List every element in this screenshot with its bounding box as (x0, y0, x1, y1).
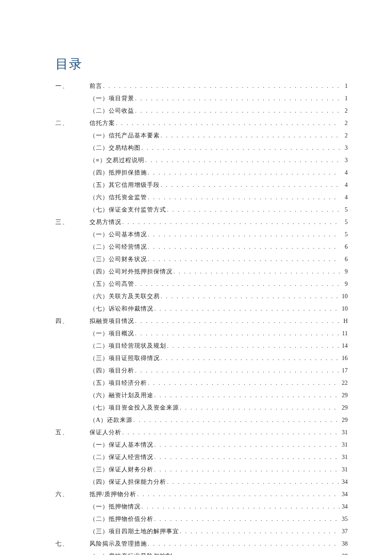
toc-page-number: 16 (341, 355, 348, 362)
toc-leader-dots (161, 355, 340, 362)
toc-entry-label: （二）交易结构图 (89, 144, 141, 152)
toc-leader-dots (145, 157, 340, 164)
toc-subsection: （四）项目分析17 (55, 367, 348, 375)
toc-leader-dots (167, 343, 340, 349)
toc-subsection: （一）项目背景1 (55, 95, 348, 102)
toc-page-number: 2 (341, 108, 348, 114)
toc-page-number: 1 (341, 95, 348, 102)
toc-page-number: 10 (341, 293, 348, 300)
toc-subsection: （三）公司财务状况6 (55, 256, 348, 263)
toc-entry-label: （六）信托资金监管 (89, 194, 147, 201)
toc-entry-label: （四）保证人担保能力分析 (89, 478, 166, 486)
toc-section: 五、保证人分析31 (55, 429, 348, 436)
toc-leader-dots (135, 108, 340, 114)
toc-section: 三、交易方情况5 (55, 218, 348, 226)
toc-subsection: （七）诉讼和仲裁情况10 (55, 305, 348, 313)
toc-subsection: （三）保证人财务分析31 (55, 466, 348, 474)
toc-entry-label: （二）公司收益 (89, 107, 134, 115)
toc-leader-dots (173, 268, 340, 275)
toc-entry-label: （≡）交易过程说明 (89, 157, 144, 164)
toc-entry-label: （二）保证人经营情况 (89, 453, 153, 461)
toc-entry-label: 保证人分析 (89, 429, 121, 436)
toc-page-number: 9 (341, 281, 348, 288)
toc-page-number: 9 (341, 268, 348, 275)
toc-entry-label: （一）抵押物情况 (89, 503, 141, 511)
toc-subsection: （三）项目证照取得情况16 (55, 355, 348, 362)
toc-subsection: （一）房地产行业风险与控制38 (55, 552, 348, 555)
toc-entry-label: （A）还款来源 (89, 416, 133, 424)
toc-page-number: 37 (341, 528, 348, 535)
toc-leader-dots (141, 145, 340, 151)
toc-section: 一、前言1 (55, 82, 348, 90)
toc-subsection: （五）公司高管9 (55, 280, 348, 288)
toc-page-number: 10 (341, 305, 348, 312)
toc-subsection: （一）项目概况11 (55, 330, 348, 337)
toc-leader-dots (135, 95, 340, 102)
toc-page-number: 34 (341, 479, 348, 485)
toc-leader-dots (154, 442, 340, 448)
toc-leader-dots (154, 305, 340, 312)
toc-subsection: （一）信托产品基本要素2 (55, 132, 348, 139)
toc-entry-label: 前言 (89, 82, 102, 90)
toc-leader-dots (122, 219, 340, 226)
toc-leader-dots (141, 503, 340, 510)
toc-leader-dots (148, 194, 340, 201)
toc-page-number: 4 (341, 194, 348, 201)
toc-leader-dots (135, 330, 340, 337)
toc-page-number: 3 (341, 157, 348, 164)
toc-page-number: 4 (341, 182, 348, 189)
toc-leader-dots (148, 380, 340, 386)
toc-page-number: 31 (341, 442, 348, 448)
toc-page-number: 5 (341, 219, 348, 226)
toc-section-number: 五、 (55, 429, 89, 436)
toc-subsection: （四）抵押担保措施4 (55, 169, 348, 177)
toc-subsection: （一）保证人基本情况31 (55, 441, 348, 449)
toc-section-number: 三、 (55, 218, 89, 226)
toc-page-number: 38 (341, 540, 348, 547)
toc-entry-label: （四）抵押担保措施 (89, 169, 147, 177)
toc-entry-label: （五）其它信用增级手段 (89, 181, 160, 189)
toc-entry-label: （三）公司财务状况 (89, 256, 147, 263)
toc-subsection: （六）关联方及关联交易10 (55, 293, 348, 300)
toc-entry-label: 交易方情况 (89, 218, 121, 226)
toc-leader-dots (148, 244, 340, 250)
toc-leader-dots (154, 516, 340, 523)
toc-leader-dots (180, 528, 340, 535)
toc-page-number: 31 (341, 454, 348, 461)
toc-entry-label: （六）关联方及关联交易 (89, 293, 160, 300)
toc-section: 七、风险揭示及管理措施38 (55, 540, 348, 548)
toc-leader-dots (173, 553, 340, 555)
toc-entry-label: （一）项目概况 (89, 330, 134, 337)
toc-entry-label: （二）抵押物价值分析 (89, 515, 153, 523)
toc-entry-label: （三）项目证照取得情况 (89, 355, 160, 362)
toc-entry-label: （七）项目资金投入及资金来源 (89, 404, 179, 412)
toc-subsection: （二）公司收益2 (55, 107, 348, 115)
toc-entry-label: （一）项目背景 (89, 95, 134, 102)
toc-page-number: H (341, 318, 348, 325)
toc-page-number: 29 (341, 417, 348, 424)
toc-leader-dots (103, 83, 340, 90)
toc-section-number: 七、 (55, 540, 89, 548)
toc-leader-dots (122, 429, 340, 436)
toc-page-number: 1 (341, 83, 348, 90)
toc-leader-dots (116, 120, 340, 127)
toc-subsection: （六）融资计划及用途29 (55, 392, 348, 399)
toc-page-number: 3 (341, 145, 348, 151)
toc-entry-label: （一）保证人基本情况 (89, 441, 153, 449)
toc-subsection: （二）公司经营情况6 (55, 243, 348, 251)
toc-section-number: 六、 (55, 491, 89, 498)
toc-page-number: 5 (341, 231, 348, 238)
toc-section-number: 二、 (55, 119, 89, 127)
toc-subsection: （A）还款来源29 (55, 416, 348, 424)
toc-subsection: （五）项目经济分析22 (55, 379, 348, 387)
toc-entry-label: （五）公司高管 (89, 280, 134, 288)
toc-subsection: （一）抵押物情况34 (55, 503, 348, 511)
toc-subsection: （三）项目四期土地的解押事宜37 (55, 528, 348, 535)
toc-leader-dots (133, 417, 340, 424)
toc-page-number: 34 (341, 503, 348, 510)
toc-entry-label: 拟融资项目情况 (89, 317, 134, 325)
toc-leader-dots (180, 404, 340, 411)
toc-leader-dots (154, 392, 340, 399)
toc-entry-label: （三）项目四期土地的解押事宜 (89, 528, 179, 535)
toc-leader-dots (167, 479, 340, 485)
